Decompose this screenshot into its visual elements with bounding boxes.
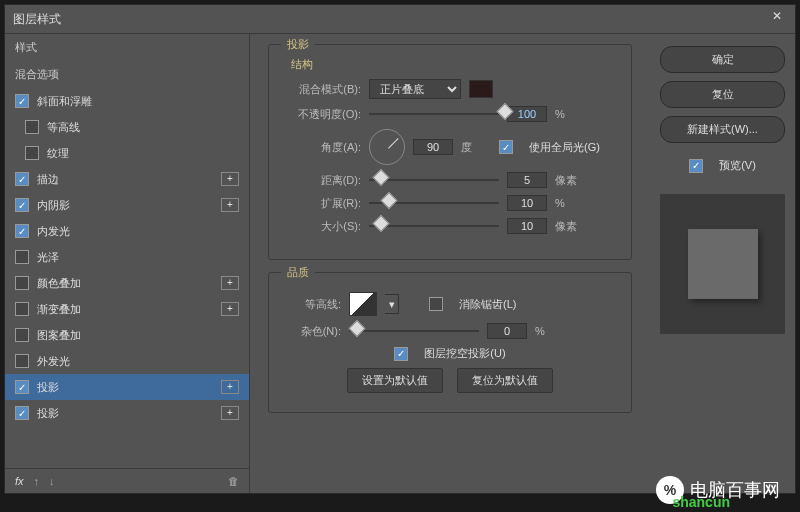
preview-sample: [688, 229, 758, 299]
style-item-8[interactable]: 渐变叠加+: [5, 296, 249, 322]
distance-label: 距离(D):: [281, 173, 361, 188]
style-checkbox[interactable]: [15, 224, 29, 238]
blend-options[interactable]: 混合选项: [5, 61, 249, 88]
style-label: 描边: [37, 172, 221, 187]
style-checkbox[interactable]: [15, 250, 29, 264]
style-item-6[interactable]: 光泽: [5, 244, 249, 270]
preview-box: [660, 194, 785, 334]
style-checkbox[interactable]: [15, 276, 29, 290]
style-checkbox[interactable]: [15, 354, 29, 368]
arrow-down-icon[interactable]: ↓: [49, 475, 55, 487]
angle-dial[interactable]: [369, 129, 405, 165]
plus-icon[interactable]: +: [221, 172, 239, 186]
spread-slider[interactable]: [369, 196, 499, 210]
style-checkbox[interactable]: [25, 146, 39, 160]
new-style-button[interactable]: 新建样式(W)...: [660, 116, 785, 143]
noise-label: 杂色(N):: [281, 324, 341, 339]
style-label: 颜色叠加: [37, 276, 221, 291]
noise-slider[interactable]: [349, 324, 479, 338]
style-checkbox[interactable]: [15, 94, 29, 108]
antialias-label: 消除锯齿(L): [459, 297, 516, 312]
style-label: 内阴影: [37, 198, 221, 213]
opacity-slider[interactable]: [369, 107, 499, 121]
antialias-checkbox[interactable]: [429, 297, 443, 311]
ok-button[interactable]: 确定: [660, 46, 785, 73]
angle-label: 角度(A):: [281, 140, 361, 155]
style-item-4[interactable]: 内阴影+: [5, 192, 249, 218]
style-label: 投影: [37, 406, 221, 421]
knockout-label: 图层挖空投影(U): [424, 346, 505, 361]
quality-label: 品质: [281, 265, 315, 280]
noise-value[interactable]: 0: [487, 323, 527, 339]
style-item-7[interactable]: 颜色叠加+: [5, 270, 249, 296]
contour-picker[interactable]: [349, 292, 377, 316]
style-item-0[interactable]: 斜面和浮雕: [5, 88, 249, 114]
style-item-12[interactable]: 投影+: [5, 400, 249, 426]
global-light-label: 使用全局光(G): [529, 140, 600, 155]
size-label: 大小(S):: [281, 219, 361, 234]
plus-icon[interactable]: +: [221, 380, 239, 394]
reset-default-button[interactable]: 复位为默认值: [457, 368, 553, 393]
plus-icon[interactable]: +: [221, 302, 239, 316]
window-title: 图层样式: [13, 11, 61, 28]
opacity-value[interactable]: 100: [507, 106, 547, 122]
spread-value[interactable]: 10: [507, 195, 547, 211]
style-checkbox[interactable]: [15, 302, 29, 316]
style-item-5[interactable]: 内发光: [5, 218, 249, 244]
size-value[interactable]: 10: [507, 218, 547, 234]
style-label: 图案叠加: [37, 328, 239, 343]
cancel-button[interactable]: 复位: [660, 81, 785, 108]
arrow-up-icon[interactable]: ↑: [34, 475, 40, 487]
style-item-11[interactable]: 投影+: [5, 374, 249, 400]
global-light-checkbox[interactable]: [499, 140, 513, 154]
style-label: 投影: [37, 380, 221, 395]
style-label: 光泽: [37, 250, 239, 265]
style-label: 纹理: [47, 146, 239, 161]
styles-header[interactable]: 样式: [5, 34, 249, 61]
style-label: 外发光: [37, 354, 239, 369]
style-label: 斜面和浮雕: [37, 94, 239, 109]
style-checkbox[interactable]: [15, 328, 29, 342]
plus-icon[interactable]: +: [221, 276, 239, 290]
chevron-down-icon[interactable]: ▾: [385, 294, 399, 314]
set-default-button[interactable]: 设置为默认值: [347, 368, 443, 393]
blend-mode-select[interactable]: 正片叠底: [369, 79, 461, 99]
preview-label: 预览(V): [719, 158, 756, 173]
style-checkbox[interactable]: [15, 172, 29, 186]
distance-slider[interactable]: [369, 173, 499, 187]
style-checkbox[interactable]: [15, 380, 29, 394]
styles-panel: 样式 混合选项 斜面和浮雕等高线纹理描边+内阴影+内发光光泽颜色叠加+渐变叠加+…: [5, 34, 250, 493]
style-item-10[interactable]: 外发光: [5, 348, 249, 374]
plus-icon[interactable]: +: [221, 406, 239, 420]
style-label: 等高线: [47, 120, 239, 135]
style-label: 渐变叠加: [37, 302, 221, 317]
style-item-3[interactable]: 描边+: [5, 166, 249, 192]
opacity-label: 不透明度(O):: [281, 107, 361, 122]
style-item-9[interactable]: 图案叠加: [5, 322, 249, 348]
knockout-checkbox[interactable]: [394, 347, 408, 361]
color-swatch[interactable]: [469, 80, 493, 98]
trash-icon[interactable]: 🗑: [228, 475, 239, 487]
section-title: 投影: [281, 37, 315, 52]
fx-icon[interactable]: fx: [15, 475, 24, 487]
contour-label: 等高线:: [281, 297, 341, 312]
structure-label: 结构: [291, 57, 619, 72]
style-item-2[interactable]: 纹理: [5, 140, 249, 166]
preview-checkbox[interactable]: [689, 159, 703, 173]
size-slider[interactable]: [369, 219, 499, 233]
close-icon[interactable]: ✕: [767, 9, 787, 29]
style-item-1[interactable]: 等高线: [5, 114, 249, 140]
style-checkbox[interactable]: [25, 120, 39, 134]
distance-value[interactable]: 5: [507, 172, 547, 188]
style-checkbox[interactable]: [15, 406, 29, 420]
angle-value[interactable]: 90: [413, 139, 453, 155]
spread-label: 扩展(R):: [281, 196, 361, 211]
blend-mode-label: 混合模式(B):: [281, 82, 361, 97]
style-checkbox[interactable]: [15, 198, 29, 212]
plus-icon[interactable]: +: [221, 198, 239, 212]
style-label: 内发光: [37, 224, 239, 239]
